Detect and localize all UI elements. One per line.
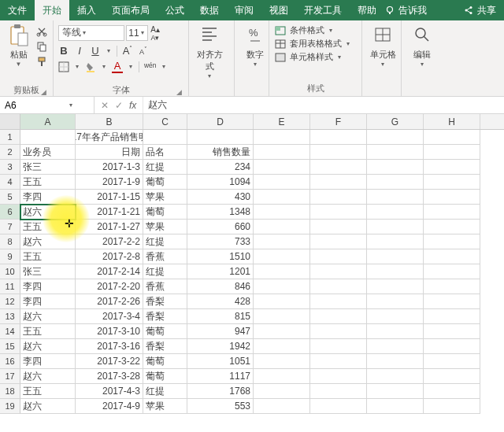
cell[interactable]: 香梨 [143, 339, 187, 354]
cell[interactable] [424, 399, 480, 414]
col-header-f[interactable]: F [310, 114, 367, 129]
cell[interactable]: 葡萄 [143, 354, 187, 369]
col-header-g[interactable]: G [367, 114, 424, 129]
cell[interactable]: 葡萄 [143, 324, 187, 339]
cell[interactable]: 2017-1-9 [76, 175, 143, 190]
cell[interactable] [254, 294, 310, 309]
cell[interactable]: 2017-4-3 [76, 384, 143, 399]
cell[interactable]: 2017-1-21 [76, 205, 143, 220]
cell[interactable] [254, 399, 310, 414]
row-header[interactable]: 4 [0, 175, 20, 190]
cell[interactable] [424, 190, 480, 205]
cell[interactable] [310, 369, 367, 384]
cell[interactable] [424, 160, 480, 175]
cell[interactable]: 香梨 [143, 309, 187, 324]
cell[interactable] [367, 264, 424, 279]
cell[interactable] [310, 294, 367, 309]
row-header[interactable]: 5 [0, 190, 20, 205]
cancel-icon[interactable]: ✕ [101, 100, 109, 111]
cell[interactable] [254, 130, 310, 145]
cell[interactable] [310, 234, 367, 249]
cell[interactable]: 1768 [187, 384, 254, 399]
cell[interactable]: 733 [187, 234, 254, 249]
cells-button[interactable]: 单元格 ▾ [367, 24, 398, 68]
grow-font-button[interactable]: A▴ [150, 25, 161, 34]
cell[interactable] [424, 220, 480, 234]
worksheet-grid[interactable]: A B C D E F G H 12017年各产品销售明细2业务员日期品名销售数… [0, 114, 504, 414]
tab-formulas[interactable]: 公式 [158, 0, 192, 20]
cell[interactable] [310, 309, 367, 324]
cell[interactable] [310, 130, 367, 145]
cell[interactable] [254, 354, 310, 369]
cell[interactable] [254, 145, 310, 160]
fill-color-button[interactable] [85, 61, 96, 72]
cell[interactable] [254, 309, 310, 324]
format-painter-button[interactable] [35, 55, 48, 68]
phonetic-button[interactable]: wén [144, 61, 156, 72]
cell[interactable]: 2017-4-9 [76, 399, 143, 414]
tab-developer[interactable]: 开发工具 [296, 0, 350, 20]
cell[interactable] [367, 294, 424, 309]
shrink-font-button[interactable]: A▾ [150, 34, 161, 42]
cell[interactable]: 430 [187, 190, 254, 205]
cell[interactable]: 815 [187, 309, 254, 324]
cell[interactable] [254, 384, 310, 399]
cell[interactable] [310, 354, 367, 369]
cell[interactable]: 苹果 [143, 190, 187, 205]
cell[interactable] [254, 249, 310, 264]
font-size-select[interactable]: 11▾ [126, 25, 148, 41]
col-header-a[interactable]: A [20, 114, 76, 129]
alignment-button[interactable]: 对齐方式 ▾ [194, 24, 225, 79]
cell[interactable]: 赵六 [20, 339, 76, 354]
cell[interactable]: 赵六 [20, 309, 76, 324]
cell[interactable] [424, 205, 480, 220]
cell[interactable] [254, 339, 310, 354]
cell[interactable] [424, 309, 480, 324]
row-header[interactable]: 9 [0, 249, 20, 264]
cell[interactable] [367, 249, 424, 264]
cell[interactable] [310, 264, 367, 279]
cell[interactable] [424, 264, 480, 279]
cell[interactable] [367, 175, 424, 190]
cell[interactable]: 赵六 [20, 369, 76, 384]
cell-styles-button[interactable]: 单元格样式 ▾ [274, 50, 357, 64]
cell[interactable]: 2017-2-20 [76, 279, 143, 294]
row-header[interactable]: 13 [0, 309, 20, 324]
col-header-e[interactable]: E [254, 114, 310, 129]
cell[interactable]: 2017-1-15 [76, 190, 143, 205]
cell[interactable] [424, 130, 480, 145]
name-box-input[interactable] [5, 100, 68, 111]
cell[interactable] [424, 324, 480, 339]
row-header[interactable]: 7 [0, 220, 20, 234]
cell[interactable] [254, 324, 310, 339]
italic-button[interactable]: I [74, 45, 85, 57]
cell[interactable] [367, 339, 424, 354]
cell[interactable] [310, 190, 367, 205]
cell[interactable]: 1942 [187, 339, 254, 354]
cell[interactable]: 2017-2-2 [76, 234, 143, 249]
row-header[interactable]: 3 [0, 160, 20, 175]
cell[interactable] [367, 399, 424, 414]
cell[interactable]: 2017-1-27 [76, 220, 143, 234]
cell[interactable] [254, 369, 310, 384]
cell[interactable] [367, 220, 424, 234]
cell[interactable] [310, 339, 367, 354]
number-format-button[interactable]: % 数字 ▾ [239, 24, 271, 68]
cell[interactable] [367, 190, 424, 205]
cell[interactable]: 2017-1-3 [76, 160, 143, 175]
row-header[interactable]: 14 [0, 324, 20, 339]
cell[interactable] [310, 160, 367, 175]
cell[interactable] [254, 205, 310, 220]
cell[interactable]: 香蕉 [143, 249, 187, 264]
cell[interactable]: 葡萄 [143, 205, 187, 220]
cell[interactable]: 李四 [20, 354, 76, 369]
cell[interactable]: 赵六 [20, 234, 76, 249]
cell[interactable] [424, 234, 480, 249]
cell[interactable] [310, 399, 367, 414]
format-as-table-button[interactable]: 套用表格格式 ▾ [274, 37, 357, 50]
cell[interactable] [254, 264, 310, 279]
tab-insert[interactable]: 插入 [69, 0, 104, 20]
cell[interactable] [367, 324, 424, 339]
row-header[interactable]: 6 [0, 205, 20, 220]
cell[interactable]: 张三 [20, 160, 76, 175]
